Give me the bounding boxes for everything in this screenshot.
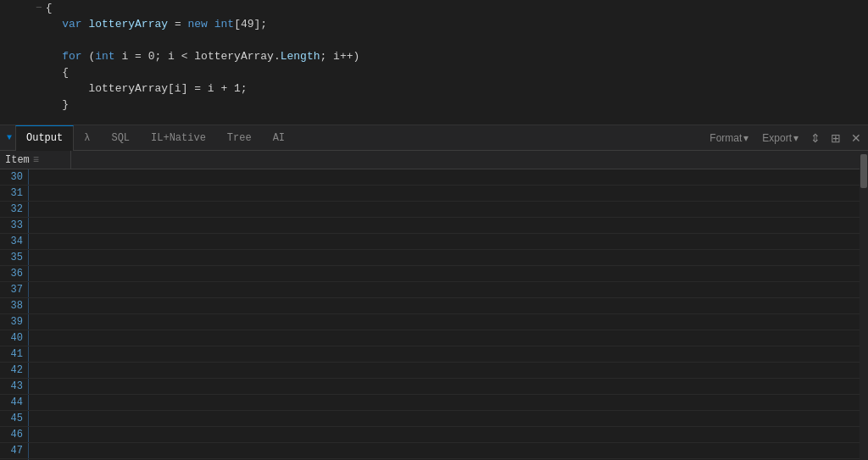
- row-number: 33: [0, 218, 29, 233]
- table-header: Item ≡: [0, 151, 860, 169]
- row-value: [29, 330, 860, 346]
- row-value: [29, 186, 860, 201]
- row-value: [29, 266, 860, 281]
- table-row: 39: [0, 314, 860, 330]
- row-value: [29, 346, 860, 362]
- row-value: [29, 443, 860, 458]
- table-row: 31: [0, 186, 860, 202]
- tab-collapse-arrow[interactable]: ▼: [3, 133, 15, 142]
- table-row: 41: [0, 346, 860, 363]
- tab-bar: ▼ Output λ SQL IL+Native Tree AI Format …: [0, 125, 868, 151]
- row-value: [29, 250, 860, 265]
- table-row: 30: [0, 169, 860, 186]
- code-line: for (int i = 0; i < lotteryArray.Length;…: [0, 48, 868, 64]
- format-chevron-icon: ▾: [743, 132, 748, 144]
- row-value: [29, 379, 860, 394]
- table-row: 42: [0, 363, 860, 379]
- resize-button[interactable]: ⇕: [807, 130, 824, 147]
- tab-actions: Format ▾ Export ▾ ⇕ ⊞ ✕: [704, 130, 865, 147]
- table-row: 37: [0, 282, 860, 298]
- row-number: 35: [0, 250, 29, 265]
- table-row: 44: [0, 395, 860, 411]
- row-value: [29, 363, 860, 378]
- row-number: 30: [0, 169, 29, 185]
- tab-output[interactable]: Output: [15, 125, 74, 151]
- code-line: −{: [0, 0, 868, 16]
- output-panel: Item ≡ 303132333435363738394041424344454…: [0, 151, 868, 460]
- row-number: 45: [0, 411, 29, 426]
- code-line: var lotteryArray = new int[49];: [0, 16, 868, 32]
- table-row: 47: [0, 443, 860, 459]
- table-row: 35: [0, 250, 860, 266]
- tab-tree[interactable]: Tree: [217, 125, 263, 151]
- row-number: 36: [0, 266, 29, 281]
- tab-sql[interactable]: SQL: [101, 125, 141, 151]
- row-value: [29, 202, 860, 217]
- row-value: [29, 395, 860, 410]
- code-line: [0, 32, 868, 48]
- row-value: [29, 218, 860, 233]
- collapse-icon: −: [36, 2, 42, 14]
- tab-ai[interactable]: AI: [263, 125, 296, 151]
- table-container: Item ≡ 303132333435363738394041424344454…: [0, 151, 860, 460]
- row-number: 37: [0, 282, 29, 297]
- row-number: 43: [0, 379, 29, 394]
- row-value: [29, 169, 860, 185]
- table-row: 40: [0, 330, 860, 346]
- row-number: 31: [0, 186, 29, 201]
- row-number: 44: [0, 395, 29, 410]
- item-column-header: Item ≡: [0, 151, 71, 169]
- row-number: 42: [0, 363, 29, 378]
- tab-lambda[interactable]: λ: [74, 125, 101, 151]
- row-value: [29, 234, 860, 249]
- table-row: 36: [0, 266, 860, 282]
- table-row: 34: [0, 234, 860, 250]
- code-line: }: [0, 97, 868, 113]
- table-body[interactable]: 3031323334353637383940414243444546474849: [0, 169, 860, 460]
- menu-icon: ≡: [33, 154, 39, 166]
- row-number: 46: [0, 427, 29, 442]
- code-line: [0, 113, 868, 125]
- tab-il-native[interactable]: IL+Native: [141, 125, 217, 151]
- row-value: [29, 298, 860, 313]
- row-number: 34: [0, 234, 29, 249]
- table-row: 33: [0, 218, 860, 234]
- table-row: 38: [0, 298, 860, 314]
- code-line: lotteryArray[i] = i + 1;: [0, 80, 868, 97]
- table-row: 43: [0, 379, 860, 395]
- export-chevron-icon: ▾: [793, 132, 798, 144]
- code-editor: −{ var lotteryArray = new int[49]; for (…: [0, 0, 868, 125]
- scrollbar-thumb: [860, 154, 867, 188]
- row-number: 32: [0, 202, 29, 217]
- format-button[interactable]: Format ▾: [704, 130, 754, 146]
- close-button[interactable]: ✕: [848, 130, 865, 147]
- row-number: 38: [0, 298, 29, 313]
- row-number: 47: [0, 443, 29, 458]
- code-line: {: [0, 64, 868, 80]
- row-number: 39: [0, 314, 29, 330]
- grid-button[interactable]: ⊞: [827, 130, 844, 147]
- scrollbar[interactable]: [860, 151, 868, 460]
- row-value: [29, 427, 860, 442]
- row-value: [29, 282, 860, 297]
- table-row: 32: [0, 202, 860, 218]
- row-number: 41: [0, 346, 29, 362]
- export-button[interactable]: Export ▾: [757, 130, 804, 146]
- table-row: 46: [0, 427, 860, 443]
- row-value: [29, 314, 860, 330]
- row-value: [29, 411, 860, 426]
- row-number: 40: [0, 330, 29, 346]
- table-row: 45: [0, 411, 860, 427]
